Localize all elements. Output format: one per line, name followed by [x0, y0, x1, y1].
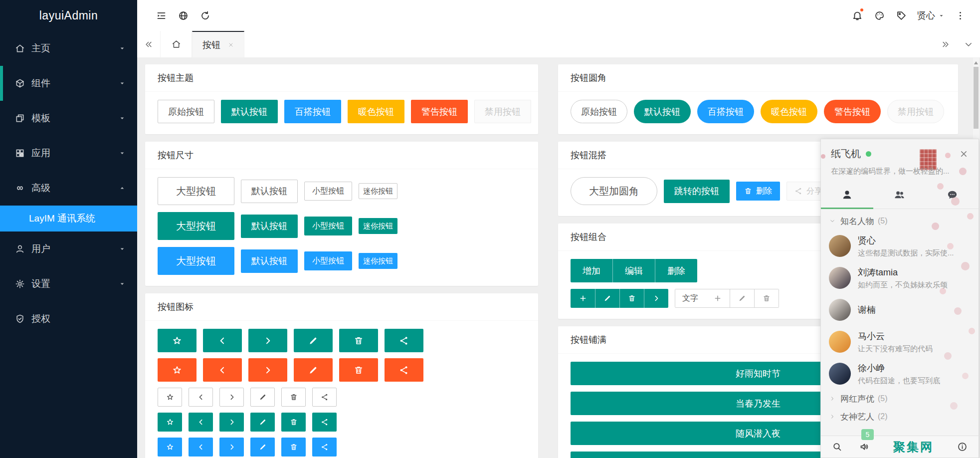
tabs-menu-button[interactable]: [957, 31, 980, 57]
group-button[interactable]: 增加: [571, 259, 612, 282]
edit-button[interactable]: [250, 388, 275, 407]
group-icon-button[interactable]: [754, 289, 779, 307]
group-icon-button[interactable]: [619, 289, 644, 308]
theme-button[interactable]: 暖色按钮: [348, 100, 404, 123]
chevron-right-button[interactable]: [248, 358, 287, 382]
sidebar-item[interactable]: 高级: [0, 171, 137, 206]
size-button[interactable]: 小型按钮: [304, 251, 352, 270]
size-button[interactable]: 迷你按钮: [359, 183, 397, 199]
share-button[interactable]: [385, 329, 423, 352]
group-icon-button[interactable]: [571, 289, 595, 308]
search-icon[interactable]: [832, 442, 842, 452]
size-button[interactable]: 默认按钮: [241, 215, 298, 238]
group-button[interactable]: 删除: [655, 259, 697, 282]
chat-member[interactable]: 刘涛tamia 如约而至，不负姊妹欢乐颂: [821, 262, 979, 294]
delete-button[interactable]: [281, 438, 306, 457]
collapse-sidebar-button[interactable]: [150, 0, 172, 31]
tag-button[interactable]: [890, 0, 912, 31]
theme-button[interactable]: 禁用按钮: [474, 100, 531, 123]
sidebar-item[interactable]: 主页: [0, 31, 137, 66]
info-icon[interactable]: [957, 442, 968, 452]
chevron-left-button[interactable]: [189, 438, 213, 457]
theme-button[interactable]: 原始按钮: [158, 100, 214, 123]
chat-member[interactable]: 贤心 这些都是测试数据，实际使...: [821, 230, 979, 262]
close-icon[interactable]: [228, 42, 234, 48]
mixed-button[interactable]: 大型加圆角: [571, 177, 657, 205]
share-button[interactable]: [312, 413, 337, 432]
delete-button[interactable]: [281, 388, 306, 407]
star-button[interactable]: [158, 438, 182, 457]
tab-home[interactable]: [160, 31, 192, 57]
close-icon[interactable]: [959, 149, 969, 159]
sidebar-item[interactable]: 组件: [0, 66, 137, 101]
page-scrollbar[interactable]: [973, 58, 979, 140]
theme-button[interactable]: 百搭按钮: [284, 100, 341, 123]
scrollbar-up-arrow[interactable]: [974, 59, 978, 64]
radius-button[interactable]: 原始按钮: [571, 100, 627, 123]
language-button[interactable]: [172, 0, 194, 31]
sidebar-item[interactable]: 用户: [0, 231, 137, 266]
group-icon-button[interactable]: [595, 289, 619, 308]
group-button[interactable]: 编辑: [612, 259, 655, 282]
chevron-right-button[interactable]: [248, 329, 287, 352]
delete-button[interactable]: [281, 413, 306, 432]
edit-button[interactable]: [250, 413, 275, 432]
star-button[interactable]: [158, 388, 182, 407]
notifications-button[interactable]: [846, 0, 868, 31]
radius-button[interactable]: 暖色按钮: [761, 100, 817, 123]
chevron-right-button[interactable]: [219, 438, 244, 457]
chat-member[interactable]: 谢楠: [821, 294, 979, 326]
star-button[interactable]: [158, 358, 196, 382]
tabs-scroll-left-button[interactable]: [137, 31, 160, 57]
sidebar-item[interactable]: 应用: [0, 136, 137, 171]
chevron-right-button[interactable]: [219, 388, 244, 407]
size-button[interactable]: 小型按钮: [304, 182, 352, 201]
star-button[interactable]: [158, 329, 196, 352]
chevron-left-button[interactable]: [189, 413, 213, 432]
chevron-left-button[interactable]: [189, 388, 213, 407]
chevron-right-button[interactable]: [219, 413, 244, 432]
mixed-button[interactable]: 跳转的按钮: [664, 180, 730, 203]
edit-button[interactable]: [294, 358, 333, 382]
size-button[interactable]: 大型按钮: [158, 247, 234, 275]
tabs-scroll-right-button[interactable]: [934, 31, 957, 57]
radius-button[interactable]: 百搭按钮: [697, 100, 754, 123]
chevron-left-button[interactable]: [203, 329, 242, 352]
scrollbar-thumb[interactable]: [974, 67, 979, 129]
size-button[interactable]: 默认按钮: [241, 180, 298, 203]
mixed-button[interactable]: 删除: [736, 182, 780, 201]
tab-friends[interactable]: [821, 181, 873, 209]
size-button[interactable]: 小型按钮: [304, 217, 352, 235]
share-button[interactable]: [312, 388, 337, 407]
size-button[interactable]: 大型按钮: [158, 212, 234, 240]
more-button[interactable]: [949, 0, 971, 31]
group-icon-button[interactable]: [730, 289, 754, 307]
delete-button[interactable]: [339, 358, 378, 382]
refresh-button[interactable]: [194, 0, 216, 31]
sidebar-item[interactable]: 模板: [0, 101, 137, 136]
group-icon-button[interactable]: [644, 289, 668, 308]
tab-history[interactable]: [926, 181, 979, 209]
size-button[interactable]: 迷你按钮: [359, 218, 397, 234]
radius-button[interactable]: 默认按钮: [634, 100, 691, 123]
theme-button[interactable]: [868, 0, 890, 31]
group-celebrities[interactable]: 知名人物 (5): [821, 212, 979, 230]
group-text-button[interactable]: 文字: [675, 289, 705, 307]
sidebar-item[interactable]: 设置: [0, 266, 137, 301]
user-menu[interactable]: 贤心: [912, 0, 949, 31]
sidebar-item[interactable]: 授权: [0, 301, 137, 336]
edit-button[interactable]: [294, 329, 333, 352]
star-button[interactable]: [158, 413, 182, 432]
delete-button[interactable]: [339, 329, 378, 352]
group-icon-button[interactable]: [705, 289, 730, 307]
chat-member[interactable]: 马小云 让天下没有难写的代码: [821, 326, 979, 358]
edit-button[interactable]: [250, 438, 275, 457]
theme-button[interactable]: 警告按钮: [411, 100, 468, 123]
chat-member[interactable]: 徐小峥 代码在囧途，也要写到底: [821, 358, 979, 390]
speaker-icon[interactable]: [859, 442, 870, 452]
radius-button[interactable]: 禁用按钮: [887, 100, 944, 123]
size-button[interactable]: 默认按钮: [241, 249, 298, 273]
radius-button[interactable]: 警告按钮: [824, 100, 881, 123]
size-button[interactable]: 迷你按钮: [359, 253, 397, 269]
tab-buttons-page[interactable]: 按钮: [192, 31, 244, 57]
